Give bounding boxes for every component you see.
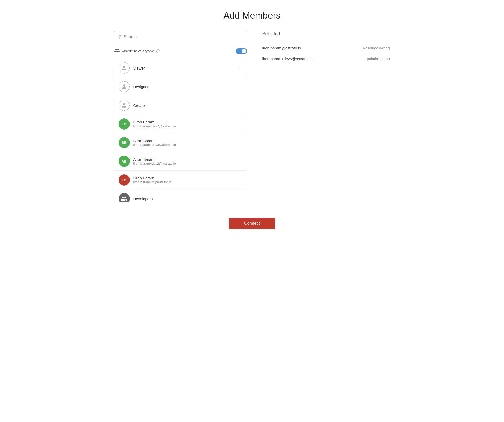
member-info: Airon Baram liron.baram+dev2@astrato.io <box>133 157 176 165</box>
list-item[interactable]: Designer <box>114 77 247 96</box>
list-item[interactable]: Viewer + <box>114 59 247 77</box>
members-scroll[interactable]: Viewer + Designer <box>114 59 247 202</box>
member-info: Biron Baram liron.baram+dev3@astrato.io <box>133 139 176 147</box>
visibility-row: Visible to everyone ⓘ <box>114 47 247 55</box>
user-avatar: BB <box>119 137 130 148</box>
page-title: Add Members <box>114 10 390 21</box>
member-name: Biron Baram <box>133 139 176 143</box>
right-panel: Selected liron.baram@astrato.io (Resourc… <box>262 31 390 64</box>
group-icon <box>114 48 120 54</box>
list-item[interactable]: BB Biron Baram liron.baram+dev3@astrato.… <box>114 133 247 152</box>
member-name: Firon Baram <box>133 120 176 124</box>
list-item[interactable]: Developers <box>114 189 247 202</box>
member-email: liron.baram+rc@astrato.io <box>133 180 172 184</box>
add-member-button[interactable]: + <box>236 64 243 72</box>
member-name: Designer <box>133 85 149 89</box>
member-left: AB Airon Baram liron.baram+dev2@astrato.… <box>119 156 176 167</box>
member-email: liron.baram+dev2@astrato.io <box>133 162 176 165</box>
selected-item: liron.baram+dev5@astrato.io (administrat… <box>262 53 390 64</box>
info-icon[interactable]: ⓘ <box>156 49 160 53</box>
role-avatar <box>119 100 130 111</box>
list-item[interactable]: AB Airon Baram liron.baram+dev2@astrato.… <box>114 152 247 171</box>
member-name: Creator <box>133 103 146 108</box>
member-left: Creator <box>119 100 146 111</box>
selected-email: liron.baram@astrato.io <box>262 46 301 50</box>
search-icon: ⚲ <box>118 34 121 40</box>
list-item[interactable]: LB Liron Baram liron.baram+rc@astrato.io <box>114 171 247 189</box>
list-item[interactable]: FB Firon Baram liron.baram+dev7@astrato.… <box>114 115 247 133</box>
connect-button[interactable]: Connect <box>229 218 275 229</box>
member-name: Airon Baram <box>133 157 176 162</box>
selected-title: Selected <box>262 31 390 39</box>
member-info: Liron Baram liron.baram+rc@astrato.io <box>133 176 172 184</box>
user-avatar: LB <box>119 174 130 186</box>
user-avatar: AB <box>119 156 130 167</box>
selected-role: (Resource owner) <box>361 46 390 50</box>
selected-list: liron.baram@astrato.io (Resource owner) … <box>262 43 390 64</box>
members-list: Viewer + Designer <box>114 59 247 202</box>
visibility-label: Visible to everyone <box>122 49 154 53</box>
member-left: BB Biron Baram liron.baram+dev3@astrato.… <box>119 137 176 148</box>
bottom-bar: Connect <box>114 218 390 229</box>
role-avatar <box>119 81 130 92</box>
visibility-left: Visible to everyone ⓘ <box>114 48 160 54</box>
selected-email: liron.baram+dev5@astrato.io <box>262 56 312 61</box>
member-info: Viewer <box>133 66 145 70</box>
member-name: Viewer <box>133 66 145 70</box>
member-left: Developers <box>119 193 153 202</box>
member-left: Designer <box>119 81 149 92</box>
member-name: Liron Baram <box>133 176 172 180</box>
user-avatar: FB <box>119 118 130 130</box>
left-panel: ⚲ Visible to everyone ⓘ <box>114 31 247 202</box>
search-box: ⚲ <box>114 31 247 42</box>
member-info: Firon Baram liron.baram+dev7@astrato.io <box>133 120 176 128</box>
member-email: liron.baram+dev7@astrato.io <box>133 124 176 128</box>
list-item[interactable]: Creator <box>114 96 247 115</box>
member-left: FB Firon Baram liron.baram+dev7@astrato.… <box>119 118 176 130</box>
member-left: LB Liron Baram liron.baram+rc@astrato.io <box>119 174 172 186</box>
group-avatar <box>119 193 130 202</box>
role-avatar <box>119 62 130 74</box>
search-input[interactable] <box>124 35 243 39</box>
selected-role: (administrator) <box>367 57 390 61</box>
member-name: Developers <box>133 197 153 201</box>
member-info: Developers <box>133 197 153 201</box>
visibility-toggle[interactable] <box>236 48 247 54</box>
member-info: Creator <box>133 103 146 108</box>
member-info: Designer <box>133 85 149 89</box>
selected-item: liron.baram@astrato.io (Resource owner) <box>262 43 390 53</box>
member-email: liron.baram+dev3@astrato.io <box>133 143 176 147</box>
member-left: Viewer <box>119 62 145 74</box>
